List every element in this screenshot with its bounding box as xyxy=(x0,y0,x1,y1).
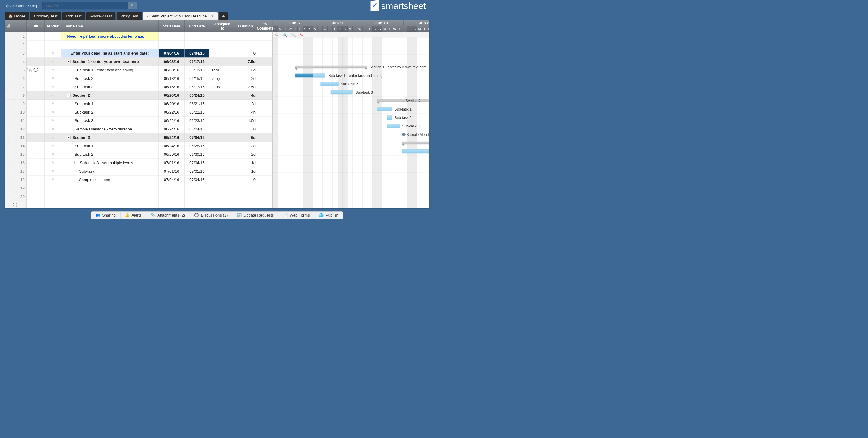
cell[interactable]: 06/08/16 xyxy=(158,58,185,66)
cell[interactable] xyxy=(26,167,33,176)
cell[interactable] xyxy=(39,167,44,176)
flag-icon[interactable] xyxy=(51,85,55,90)
cell[interactable] xyxy=(210,142,233,150)
cell[interactable] xyxy=(26,159,33,167)
cell[interactable]: 06/22/16 xyxy=(158,108,185,116)
grid-row[interactable]: 21 xyxy=(5,201,273,208)
cell[interactable] xyxy=(39,41,44,49)
cell[interactable] xyxy=(158,32,185,41)
checkbox-icon[interactable] xyxy=(52,60,54,64)
grid-row[interactable]: 18Sample milestone07/04/1607/04/160 xyxy=(5,176,273,184)
gantt-bar[interactable] xyxy=(377,107,392,111)
cell[interactable] xyxy=(26,125,33,133)
footer-attachments[interactable]: 📎Attachments (2) xyxy=(146,212,190,219)
cell[interactable] xyxy=(258,32,273,41)
gantt-bar[interactable] xyxy=(331,90,352,95)
task-cell[interactable]: Sub-task 1 xyxy=(61,142,158,150)
cell[interactable] xyxy=(44,66,61,74)
gantt-bar[interactable] xyxy=(296,66,367,68)
cell[interactable] xyxy=(33,100,39,108)
cell[interactable] xyxy=(258,100,273,108)
help-template-link[interactable]: Need Help? Learn more about this templat… xyxy=(67,34,144,39)
task-cell[interactable]: Sub-task 1 - enter task and timing xyxy=(61,66,158,74)
cell[interactable] xyxy=(258,108,273,116)
collapse-icon[interactable]: − xyxy=(67,60,70,63)
cell[interactable] xyxy=(210,32,233,41)
flag-icon[interactable] xyxy=(51,144,55,148)
cell[interactable] xyxy=(258,91,273,100)
cell[interactable]: 07/04/16 xyxy=(185,159,210,167)
cell[interactable]: 06/21/16 xyxy=(185,100,210,108)
cell[interactable] xyxy=(185,184,210,193)
cell[interactable] xyxy=(44,41,61,49)
row-handle[interactable] xyxy=(5,116,13,125)
cell[interactable] xyxy=(44,100,61,108)
cell[interactable] xyxy=(258,133,273,142)
flag-icon[interactable] xyxy=(51,76,55,81)
grid-row[interactable]: 1Need Help? Learn more about this templa… xyxy=(5,32,273,41)
row-handle[interactable] xyxy=(5,108,13,116)
cell[interactable]: 4d xyxy=(233,91,258,100)
grid-row[interactable]: 19 xyxy=(5,184,273,193)
grid-row[interactable]: 12Sample Milestone - zero duration06/24/… xyxy=(5,125,273,133)
cell[interactable] xyxy=(258,83,273,91)
cell[interactable]: 4h xyxy=(233,108,258,116)
row-handle[interactable] xyxy=(5,74,13,83)
cell[interactable] xyxy=(258,66,273,74)
cell[interactable] xyxy=(33,41,39,49)
footer-update-requests[interactable]: 🔄Update Requests xyxy=(232,212,278,219)
task-cell[interactable]: Sample Milestone - zero duration xyxy=(61,125,158,133)
grid-row[interactable]: 10Sub-task 206/22/1606/22/164h xyxy=(5,108,273,116)
tab-andrew-test[interactable]: Andrew Test xyxy=(87,12,116,20)
cell[interactable] xyxy=(44,193,61,201)
task-cell[interactable]: Enter your deadline as start and end dat… xyxy=(61,49,158,58)
cell[interactable] xyxy=(210,176,233,184)
cell[interactable] xyxy=(26,193,33,201)
cell[interactable] xyxy=(44,167,61,176)
cell[interactable] xyxy=(33,58,39,66)
grid-row[interactable]: 14Sub-task 106/24/1606/28/163d xyxy=(5,142,273,150)
grid-row[interactable]: 11Sub-task 306/22/1606/23/161.5d xyxy=(5,116,273,125)
cell[interactable] xyxy=(26,116,33,125)
task-cell[interactable]: −Sub-task 3 - set multiple levels xyxy=(61,159,158,167)
cell[interactable] xyxy=(210,133,233,142)
cell[interactable] xyxy=(39,142,44,150)
cell[interactable]: 06/24/16 xyxy=(158,125,185,133)
cell[interactable] xyxy=(33,159,39,167)
cell[interactable]: 06/13/16 xyxy=(185,66,210,74)
task-cell[interactable]: Sub-task 1 xyxy=(61,100,158,108)
cell[interactable] xyxy=(39,133,44,142)
cell[interactable] xyxy=(26,184,33,193)
cell[interactable]: 06/30/16 xyxy=(185,150,210,159)
cell[interactable] xyxy=(258,142,273,150)
cell[interactable] xyxy=(26,83,33,91)
cell[interactable] xyxy=(258,58,273,66)
cell[interactable] xyxy=(44,159,61,167)
account-link[interactable]: Account xyxy=(5,3,24,8)
task-cell[interactable] xyxy=(61,184,158,193)
header-assigned[interactable]: Assigned To xyxy=(210,20,233,32)
cell[interactable] xyxy=(33,83,39,91)
cell[interactable] xyxy=(233,184,258,193)
cell[interactable] xyxy=(258,74,273,83)
header-attach[interactable] xyxy=(26,20,33,32)
cell[interactable] xyxy=(39,150,44,159)
footer-publish[interactable]: 🌐Publish xyxy=(314,212,343,219)
row-handle[interactable] xyxy=(5,66,13,74)
help-link[interactable]: Help xyxy=(27,3,38,8)
cell[interactable] xyxy=(33,108,39,116)
cell[interactable] xyxy=(210,184,233,193)
cell[interactable]: 06/24/16 xyxy=(158,133,185,142)
cell[interactable] xyxy=(185,32,210,41)
flag-icon[interactable] xyxy=(51,152,55,157)
flag-icon[interactable] xyxy=(51,127,55,132)
footer-discussions[interactable]: 💬Discussions (1) xyxy=(190,212,232,219)
cell[interactable]: 2.5d xyxy=(233,83,258,91)
grid-row[interactable]: 15Sub-task 206/29/1606/30/162d xyxy=(5,150,273,159)
grid-row[interactable]: 5Sub-task 1 - enter task and timing06/08… xyxy=(5,66,273,74)
cell[interactable] xyxy=(39,91,44,100)
grid-row[interactable]: 8−Section 206/20/1606/24/164d xyxy=(5,91,273,100)
grid-row[interactable]: 17Sub-task07/01/1607/01/161d xyxy=(5,167,273,176)
task-cell[interactable]: Sample milestone xyxy=(61,176,158,184)
cell[interactable] xyxy=(44,201,61,208)
